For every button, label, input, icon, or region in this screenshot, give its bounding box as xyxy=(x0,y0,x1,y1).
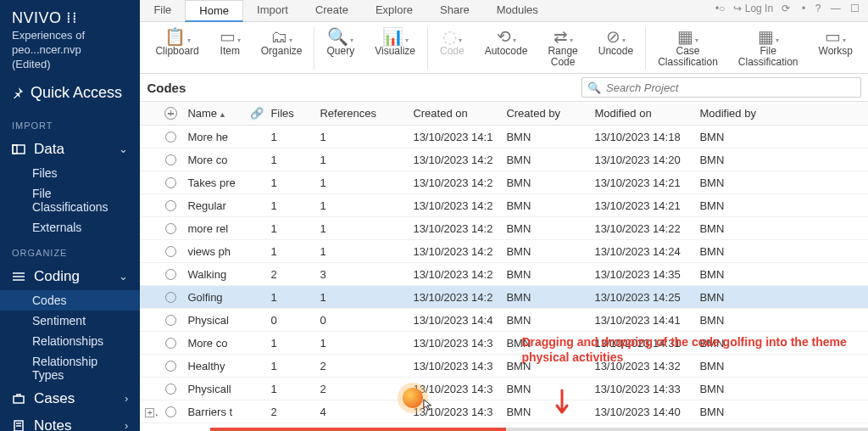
table-row[interactable]: more rel1113/10/2023 14:2BMN13/10/2023 1… xyxy=(140,217,868,240)
table-row[interactable]: More he1113/10/2023 14:1BMN13/10/2023 14… xyxy=(140,126,868,148)
search-input[interactable] xyxy=(606,81,855,94)
col-modified-on[interactable]: Modified on xyxy=(589,107,694,120)
tab-create[interactable]: Create xyxy=(302,0,362,21)
sidebar-sub-files[interactable]: Files xyxy=(0,163,140,183)
tab-explore[interactable]: Explore xyxy=(362,0,426,21)
table-row[interactable]: +Barriers t2413/10/2023 14:3BMN13/10/202… xyxy=(140,400,868,423)
table-row[interactable]: Walking2313/10/2023 14:2BMN13/10/2023 14… xyxy=(140,263,868,286)
row-name: more rel xyxy=(182,222,245,235)
col-created-on[interactable]: Created on xyxy=(408,107,501,120)
table-row[interactable]: Physicall1213/10/2023 14:3BMN13/10/2023 … xyxy=(140,378,868,400)
table-row[interactable]: Physical0013/10/2023 14:4BMN13/10/2023 1… xyxy=(140,309,868,332)
sidebar-item-cases[interactable]: Cases › xyxy=(0,385,140,412)
helper-button[interactable]: • xyxy=(802,3,805,14)
col-add[interactable] xyxy=(159,107,182,120)
tab-import[interactable]: Import xyxy=(243,0,302,21)
circle-icon xyxy=(165,361,176,372)
svg-rect-5 xyxy=(14,396,24,403)
row-marker[interactable] xyxy=(159,223,182,234)
row-expander[interactable]: + xyxy=(140,406,159,418)
ribbon-organize[interactable]: 🗂▾Organize xyxy=(251,25,313,71)
row-marker[interactable] xyxy=(159,406,182,417)
ribbon-range-code[interactable]: ⇄▾Range Code xyxy=(537,25,587,71)
minimize-button[interactable]: — xyxy=(831,3,841,14)
row-marker[interactable] xyxy=(159,383,182,395)
table-row[interactable]: More co1113/10/2023 14:2BMN13/10/2023 14… xyxy=(140,148,868,171)
ribbon-item[interactable]: ▭▾Item xyxy=(209,25,251,71)
col-references[interactable]: References xyxy=(314,107,408,120)
row-marker[interactable] xyxy=(159,132,182,143)
row-references: 1 xyxy=(314,176,408,189)
ribbon-uncode[interactable]: ⊘▾Uncode xyxy=(588,25,643,71)
ribbon-worksp[interactable]: ▭▾Worksp xyxy=(809,25,863,71)
tab-home[interactable]: Home xyxy=(185,0,243,22)
row-marker[interactable] xyxy=(159,315,182,326)
col-name[interactable]: Name▲ xyxy=(182,107,245,120)
circle-icon xyxy=(165,154,176,165)
code-icon: ◌▾ xyxy=(442,27,462,46)
helper-button[interactable]: ? xyxy=(815,3,821,14)
row-created-by: BMN xyxy=(501,291,589,304)
tab-share[interactable]: Share xyxy=(426,0,483,21)
circle-icon xyxy=(165,338,176,349)
sidebar-sub-relationship-types[interactable]: Relationship Types xyxy=(0,351,140,385)
table-row[interactable]: More co1113/10/2023 14:3BMN13/10/2023 14… xyxy=(140,332,868,355)
status-dots: •○ xyxy=(715,3,725,14)
row-marker[interactable] xyxy=(159,338,182,349)
search-box[interactable]: 🔍 xyxy=(581,77,861,98)
table-row[interactable]: views ph1113/10/2023 14:2BMN13/10/2023 1… xyxy=(140,240,868,263)
row-files: 1 xyxy=(265,199,314,212)
row-marker[interactable] xyxy=(159,177,182,188)
circle-icon xyxy=(165,406,176,417)
row-marker[interactable] xyxy=(159,154,182,165)
table-row[interactable]: Golfing1113/10/2023 14:2BMN13/10/2023 14… xyxy=(140,286,868,309)
tab-modules[interactable]: Modules xyxy=(483,0,552,21)
sidebar-sub-externals[interactable]: Externals xyxy=(0,217,140,238)
row-name: More he xyxy=(182,131,245,143)
sidebar-item-data[interactable]: Data ⌄ xyxy=(0,136,140,163)
row-name: More co xyxy=(182,337,245,350)
sidebar-sub-file-classifications[interactable]: File Classifications xyxy=(0,183,140,217)
ribbon-autocode[interactable]: ⟲▾Autocode xyxy=(475,25,538,71)
row-marker[interactable] xyxy=(159,269,182,280)
table-row[interactable]: Regular1113/10/2023 14:2BMN13/10/2023 14… xyxy=(140,194,868,217)
col-files[interactable]: Files xyxy=(265,107,314,120)
clipboard-icon: 📋▾ xyxy=(164,27,191,46)
app-logo: NVIVO ⁞⁞ xyxy=(0,0,140,29)
row-modified-on: 13/10/2023 14:21 xyxy=(589,176,694,189)
sidebar-sub-codes[interactable]: Codes xyxy=(0,290,140,311)
window-controls: •○ ↪ Log In ⟳ • ? — ☐ xyxy=(715,3,863,14)
row-marker[interactable] xyxy=(159,361,182,372)
row-marker[interactable] xyxy=(159,246,182,257)
row-references: 1 xyxy=(314,131,408,143)
ribbon-file-classification[interactable]: ▦▾File Classification xyxy=(728,25,809,71)
login-link[interactable]: ↪ Log In xyxy=(733,3,773,14)
row-marker[interactable] xyxy=(159,292,182,303)
row-modified-on: 13/10/2023 14:40 xyxy=(589,406,694,418)
sync-icon[interactable]: ⟳ xyxy=(782,3,790,14)
row-created-by: BMN xyxy=(501,406,589,418)
tab-file[interactable]: File xyxy=(140,0,185,21)
ribbon-case-classification[interactable]: ▦▾Case Classification xyxy=(648,25,728,71)
row-created-on: 13/10/2023 14:4 xyxy=(408,314,501,327)
row-marker[interactable] xyxy=(159,200,182,211)
ribbon-clipboard[interactable]: 📋▾Clipboard xyxy=(145,25,209,71)
maximize-button[interactable]: ☐ xyxy=(850,3,860,14)
row-modified-on: 13/10/2023 14:18 xyxy=(589,131,694,143)
col-created-by[interactable]: Created by xyxy=(501,107,589,120)
ribbon-query[interactable]: 🔍▾Query xyxy=(316,25,364,71)
quick-access-button[interactable]: Quick Access xyxy=(0,76,140,110)
sidebar-item-notes[interactable]: Notes › xyxy=(0,412,140,431)
row-references: 1 xyxy=(314,337,408,350)
circle-icon xyxy=(165,383,176,395)
sidebar-item-coding[interactable]: Coding ⌄ xyxy=(0,263,140,290)
table-row[interactable]: Healthy1213/10/2023 14:3BMN13/10/2023 14… xyxy=(140,355,868,378)
row-created-by: BMN xyxy=(501,245,589,258)
sidebar-sub-relationships[interactable]: Relationships xyxy=(0,331,140,351)
sidebar-sub-sentiment[interactable]: Sentiment xyxy=(0,311,140,331)
row-files: 1 xyxy=(265,360,314,372)
ribbon-visualize[interactable]: 📊▾Visualize xyxy=(364,25,426,71)
col-modified-by[interactable]: Modified by xyxy=(694,107,779,120)
row-name: views ph xyxy=(182,245,245,258)
table-row[interactable]: Takes pre1113/10/2023 14:2BMN13/10/2023 … xyxy=(140,171,868,194)
